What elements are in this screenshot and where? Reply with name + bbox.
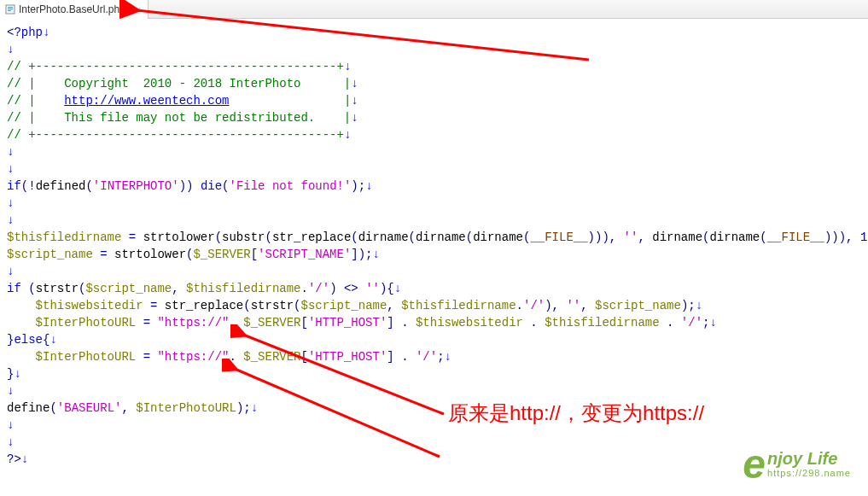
logo-url: https://298.name (767, 468, 851, 478)
code-line: ↓ (7, 212, 861, 229)
code-line: // | http://www.weentech.com |↓ (7, 92, 861, 109)
svg-rect-1 (8, 7, 13, 8)
code-line: ↓ (7, 195, 861, 212)
eol-marker: ↓ (50, 333, 56, 347)
eol-marker: ↓ (351, 94, 358, 108)
code-line: ↓ (7, 382, 861, 400)
code-line: }else{↓ (7, 331, 861, 348)
code-line: define('BASEURL', $InterPhotoURL);↓ (7, 400, 861, 417)
eol-marker: ↓ (7, 384, 14, 398)
code-line: ↓ (7, 434, 861, 451)
code-line: // | Copyright 2010 - 2018 InterPhoto |↓ (7, 75, 861, 92)
code-line: $InterPhotoURL = "https://". $_SERVER['H… (7, 314, 861, 331)
code-line: ?>↓ (7, 451, 861, 468)
eol-marker: ↓ (351, 111, 358, 125)
code-line: $thiswebsitedir = str_replace(strstr($sc… (7, 297, 861, 314)
eol-marker: ↓ (21, 452, 28, 466)
svg-rect-2 (8, 9, 13, 9)
code-line: $script_name = strtolower($_SERVER['SCRI… (7, 246, 861, 263)
eol-marker: ↓ (7, 418, 14, 432)
eol-marker: ↓ (7, 213, 14, 227)
eol-marker: ↓ (7, 162, 14, 176)
code-line: }↓ (7, 365, 861, 382)
code-line: $InterPhotoURL = "https://". $_SERVER['H… (7, 348, 861, 365)
file-tab[interactable]: InterPhoto.BaseUrl.php × (0, 0, 149, 19)
code-line: if(!defined('INTERPHOTO')) die('File not… (7, 178, 861, 195)
eol-marker: ↓ (14, 367, 20, 381)
tab-bar: InterPhoto.BaseUrl.php × (0, 0, 868, 19)
eol-marker: ↓ (709, 316, 716, 330)
eol-marker: ↓ (351, 77, 358, 90)
eol-marker: ↓ (365, 179, 372, 193)
close-icon[interactable]: × (136, 4, 141, 15)
tab-filename: InterPhoto.BaseUrl.php (19, 3, 125, 15)
eol-marker: ↓ (7, 196, 14, 210)
code-line: // | This file may not be redistributed.… (7, 109, 861, 126)
eol-marker: ↓ (394, 282, 401, 295)
logo-prefix: e (743, 441, 766, 487)
eol-marker: ↓ (344, 128, 351, 142)
watermark-logo: e njoy Life https://298.name (743, 441, 851, 487)
code-line: ↓ (7, 263, 861, 280)
eol-marker: ↓ (7, 43, 14, 56)
code-editor[interactable]: <?php↓↓// +-----------------------------… (0, 19, 868, 473)
annotation-text: 原来是http://，变更为https:// (448, 400, 704, 427)
eol-marker: ↓ (445, 350, 451, 364)
eol-marker: ↓ (373, 248, 380, 261)
logo-main: njoy Life (767, 449, 851, 468)
svg-rect-3 (8, 10, 11, 11)
code-line: $thisfiledirname = strtolower(substr(str… (7, 229, 861, 246)
code-line: ↓ (7, 160, 861, 178)
code-line: // +------------------------------------… (7, 58, 861, 75)
eol-marker: ↓ (7, 265, 14, 278)
eol-marker: ↓ (7, 145, 14, 159)
file-icon (5, 4, 15, 15)
code-line: if (strstr($script_name, $thisfiledirnam… (7, 280, 861, 297)
eol-marker: ↓ (43, 26, 50, 39)
code-line: ↓ (7, 41, 861, 58)
eol-marker: ↓ (251, 401, 258, 415)
eol-marker: ↓ (7, 435, 14, 449)
eol-marker: ↓ (344, 60, 351, 73)
eol-marker: ↓ (696, 299, 702, 312)
code-line: <?php↓ (7, 24, 861, 41)
code-line: ↓ (7, 143, 861, 160)
code-line: ↓ (7, 417, 861, 434)
code-line: // +------------------------------------… (7, 126, 861, 143)
